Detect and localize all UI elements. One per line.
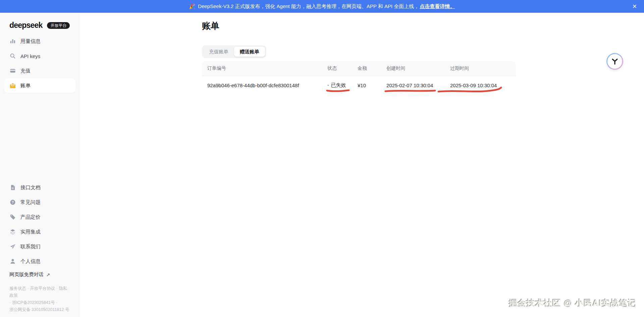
sidebar-item-label: 用量信息 — [20, 38, 41, 45]
footer-police-line[interactable]: 浙公网安备 33010502011812 号 — [9, 306, 70, 313]
table-header: 订单编号 状态 金额 创建时间 过期时间 — [202, 61, 516, 76]
status-dot-icon: • — [327, 83, 329, 88]
api-keys-icon — [9, 53, 16, 59]
sidebar-item-profile[interactable]: 个人信息 — [4, 254, 75, 269]
sidebar-item-contact[interactable]: 联系我们 — [4, 239, 75, 254]
sidebar-item-pricing[interactable]: 产品定价 — [4, 210, 75, 224]
party-popper-icon: 🎉 — [189, 3, 196, 9]
sidebar-item-recharge[interactable]: 充值 — [4, 63, 75, 78]
contact-icon — [9, 243, 16, 250]
integrations-icon — [9, 228, 16, 235]
sidebar-item-label: 接口文档 — [20, 184, 41, 191]
close-icon[interactable]: ✕ — [631, 0, 639, 13]
web-chat-label: 网页版免费对话 — [9, 271, 44, 278]
main-content: 账单 充值账单 赠送账单 订单编号 状态 金额 创建时间 过期时间 92a9b0… — [80, 13, 644, 317]
bills-table: 订单编号 状态 金额 创建时间 过期时间 92a9b046-e678-44db-… — [202, 61, 516, 95]
sidebar-item-faq[interactable]: ? 常见问题 — [4, 195, 75, 210]
sidebar-item-label: 产品定价 — [20, 214, 41, 220]
assistant-widget-inner — [607, 54, 622, 69]
logo[interactable]: deepseek 开放平台 — [0, 13, 80, 30]
col-created: 创建时间 — [386, 65, 450, 71]
col-order-id: 订单编号 — [202, 65, 327, 71]
sidebar-item-label: 个人信息 — [20, 258, 41, 265]
announcement-details-link[interactable]: 点击查看详情。 — [420, 3, 455, 10]
billing-tabs: 充值账单 赠送账单 — [202, 45, 266, 58]
pricing-tag-icon — [9, 214, 16, 220]
table-row: 92a9b046-e678-44db-b00f-dcfe8300148f •已失… — [202, 76, 516, 95]
sidebar-item-label: 常见问题 — [20, 199, 41, 206]
sidebar-item-integrations[interactable]: 实用集成 — [4, 224, 75, 239]
sidebar-item-api-keys[interactable]: API keys — [4, 49, 75, 63]
profile-icon — [9, 258, 16, 265]
sidebar: deepseek 开放平台 用量信息 API keys 充值 — [0, 13, 80, 317]
cell-status: •已失效 — [327, 82, 358, 89]
sidebar-item-label: 充值 — [20, 68, 31, 74]
sidebar-item-label: API keys — [20, 53, 40, 59]
tab-recharge-bills[interactable]: 充值账单 — [203, 47, 234, 57]
deepseek-wordmark: deepseek — [9, 21, 42, 30]
col-amount: 金额 — [358, 65, 386, 71]
status-text: 已失效 — [331, 82, 346, 88]
billing-envelope-icon — [9, 82, 16, 89]
web-chat-link[interactable]: 网页版免费对话 ↗ — [4, 271, 75, 278]
sidebar-item-label: 实用集成 — [20, 229, 41, 235]
footer-icp-line[interactable]: · 浙ICP备2023025841号 · — [9, 299, 70, 306]
recharge-card-icon — [9, 67, 16, 74]
watermark: 掘金技术社区 @ 小民AI实战笔记 — [509, 298, 637, 309]
usage-chart-icon — [9, 38, 16, 45]
docs-icon — [9, 184, 16, 191]
svg-text:?: ? — [12, 201, 14, 204]
col-status: 状态 — [327, 65, 358, 71]
assistant-widget[interactable] — [606, 53, 623, 70]
page-title: 账单 — [202, 20, 644, 32]
external-link-icon: ↗ — [46, 272, 50, 277]
announcement-banner: 🎉 DeepSeek-V3.2 正式版发布，强化 Agent 能力，融入思考推理… — [0, 0, 644, 13]
sidebar-footer: 服务状态 · 开放平台协议 · 隐私政策 · 浙ICP备2023025841号 … — [9, 285, 70, 313]
tab-gift-bills[interactable]: 赠送账单 — [234, 47, 265, 57]
assistant-widget-icon — [610, 57, 619, 66]
sidebar-item-label: 联系我们 — [20, 244, 41, 250]
cell-expires: 2025-03-09 10:30:04 — [450, 83, 516, 88]
col-expires: 过期时间 — [450, 65, 516, 71]
announcement-text: DeepSeek-V3.2 正式版发布，强化 Agent 能力，融入思考推理，在… — [198, 3, 419, 10]
faq-icon: ? — [9, 199, 16, 206]
sidebar-item-usage[interactable]: 用量信息 — [4, 34, 75, 49]
cell-created: 2025-02-07 10:30:04 — [386, 83, 450, 88]
sidebar-item-label: 账单 — [20, 83, 31, 89]
sidebar-item-billing[interactable]: 账单 — [4, 78, 75, 93]
footer-links-line[interactable]: 服务状态 · 开放平台协议 · 隐私政策 — [9, 285, 70, 299]
sidebar-item-api-docs[interactable]: 接口文档 — [4, 180, 75, 195]
cell-amount: ¥10 — [358, 83, 386, 88]
open-platform-badge: 开放平台 — [47, 22, 70, 29]
cell-order-id: 92a9b046-e678-44db-b00f-dcfe8300148f — [202, 83, 327, 88]
